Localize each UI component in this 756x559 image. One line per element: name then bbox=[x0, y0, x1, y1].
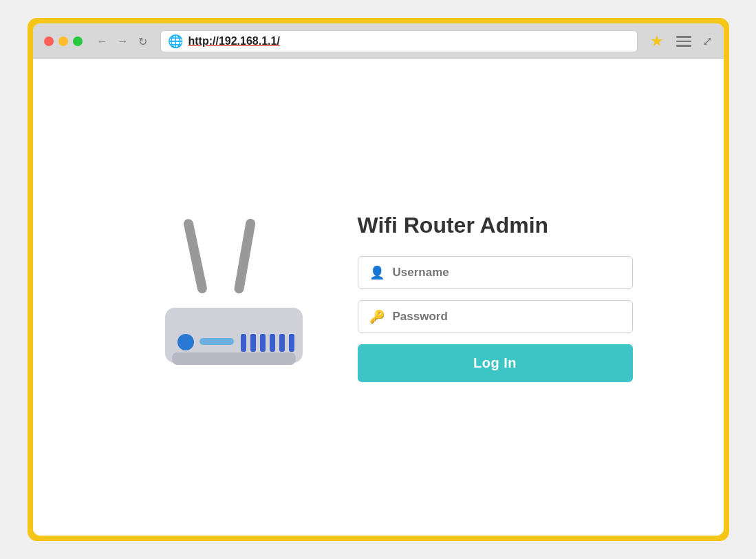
back-button[interactable]: ← bbox=[94, 34, 111, 49]
svg-rect-5 bbox=[199, 338, 234, 345]
menu-line-3 bbox=[676, 45, 691, 47]
fullscreen-button[interactable]: ⤢ bbox=[702, 34, 713, 49]
url-text: http://192.168.1.1/ bbox=[188, 35, 280, 48]
password-icon: 🔑 bbox=[369, 309, 385, 324]
svg-rect-11 bbox=[289, 334, 294, 352]
password-wrapper: 🔑 bbox=[358, 300, 633, 333]
browser-titlebar: ← → ↻ 🌐 http://192.168.1.1/ ★ ⤢ bbox=[33, 23, 724, 59]
svg-rect-6 bbox=[241, 334, 246, 352]
username-wrapper: 👤 bbox=[358, 256, 633, 289]
svg-rect-8 bbox=[260, 334, 266, 352]
page-title: Wifi Router Admin bbox=[358, 213, 633, 238]
browser-content: Wifi Router Admin 👤 🔑 Log In bbox=[33, 59, 724, 536]
browser-window: ← → ↻ 🌐 http://192.168.1.1/ ★ ⤢ bbox=[33, 23, 724, 536]
username-input[interactable] bbox=[393, 266, 621, 280]
nav-buttons: ← → ↻ bbox=[94, 34, 151, 50]
login-area: Wifi Router Admin 👤 🔑 Log In bbox=[124, 201, 633, 394]
login-form: Wifi Router Admin 👤 🔑 Log In bbox=[358, 213, 633, 382]
password-input[interactable] bbox=[393, 310, 621, 324]
bookmark-button[interactable]: ★ bbox=[650, 32, 664, 50]
globe-icon: 🌐 bbox=[168, 34, 183, 49]
menu-button[interactable] bbox=[673, 34, 694, 48]
maximize-button[interactable] bbox=[73, 36, 83, 46]
svg-rect-7 bbox=[250, 334, 256, 352]
menu-line-1 bbox=[676, 36, 691, 38]
svg-rect-9 bbox=[270, 334, 275, 352]
menu-line-2 bbox=[676, 41, 691, 43]
router-illustration bbox=[124, 201, 316, 394]
address-bar[interactable]: 🌐 http://192.168.1.1/ bbox=[160, 30, 638, 52]
forward-button[interactable]: → bbox=[114, 34, 132, 49]
minimize-button[interactable] bbox=[58, 36, 68, 46]
svg-rect-10 bbox=[279, 334, 285, 352]
username-icon: 👤 bbox=[369, 265, 385, 280]
reload-button[interactable]: ↻ bbox=[135, 34, 151, 50]
svg-point-4 bbox=[177, 334, 194, 350]
close-button[interactable] bbox=[44, 36, 54, 46]
login-button[interactable]: Log In bbox=[358, 344, 633, 382]
router-svg bbox=[131, 204, 310, 390]
traffic-lights bbox=[44, 36, 83, 46]
svg-rect-3 bbox=[172, 352, 296, 365]
outer-border: ← → ↻ 🌐 http://192.168.1.1/ ★ ⤢ bbox=[28, 18, 729, 541]
svg-rect-0 bbox=[182, 218, 208, 295]
svg-rect-1 bbox=[233, 218, 256, 295]
